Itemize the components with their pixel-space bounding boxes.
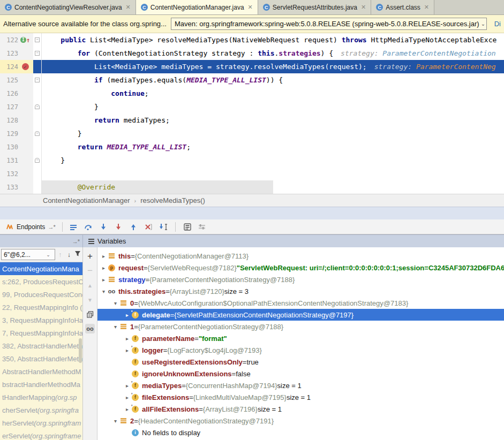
frame-row[interactable]: cherServlet (org.springfra — [0, 404, 82, 416]
layout-settings-icon[interactable] — [197, 221, 208, 233]
duplicate-icon[interactable] — [85, 309, 95, 319]
force-step-into-icon[interactable] — [112, 221, 124, 233]
chevron-down-icon[interactable]: ▾ — [100, 289, 108, 294]
add-watch-icon[interactable]: + — [85, 252, 95, 261]
fold-marker-icon[interactable]: − — [35, 78, 40, 82]
frame-row[interactable]: herServlet (org.springfram — [0, 416, 82, 429]
move-up-icon[interactable]: ▲ — [85, 280, 95, 290]
variable-row[interactable]: ▸fparameterName = "format" — [97, 332, 504, 344]
code-line[interactable]: 131− } — [0, 154, 504, 167]
fold-marker-icon[interactable]: − — [35, 51, 40, 56]
variable-row[interactable]: iNo fields to display — [97, 427, 504, 438]
variable-row[interactable]: ▸f❜allFileExtensions = {ArrayList@7196} … — [97, 403, 504, 415]
code-line[interactable]: 127− } — [0, 100, 504, 113]
editor-gutter[interactable]: 126 — [0, 87, 33, 100]
drop-frame-icon[interactable] — [142, 221, 154, 233]
chevron-right-icon[interactable]: ▸ — [123, 383, 131, 389]
editor-gutter[interactable]: 127 — [0, 100, 33, 113]
fold-marker-icon[interactable]: − — [35, 131, 40, 136]
evaluate-expression-icon[interactable] — [182, 221, 193, 233]
menu-icon[interactable] — [88, 238, 94, 245]
code-line[interactable]: 132 — [0, 167, 504, 180]
code-line[interactable]: 126 continue; — [0, 87, 504, 100]
code-text[interactable]: } — [42, 127, 504, 140]
code-line[interactable]: 129− } — [0, 127, 504, 140]
move-down-icon[interactable]: ▼ — [85, 295, 95, 305]
editor-gutter[interactable]: 131 — [0, 154, 33, 167]
variable-row[interactable]: ▾0 = {WebMvcAutoConfiguration$OptionalPa… — [97, 297, 504, 309]
variable-row[interactable]: ▸strategy = {ParameterContentNegotiation… — [97, 274, 504, 285]
editor-gutter[interactable]: 124✓ — [0, 60, 33, 73]
breadcrumb-method[interactable]: resolveMediaTypes() — [140, 196, 205, 204]
code-line[interactable]: 123− for (ContentNegotiationStrategy str… — [0, 47, 504, 60]
filter-icon[interactable] — [74, 251, 81, 259]
editor-gutter[interactable]: 130 — [0, 140, 33, 154]
variable-row[interactable]: ▸f❜logger = {LogFactory$Log4jLog@7193} — [97, 344, 504, 356]
editor-gutter[interactable]: 125 — [0, 73, 33, 87]
chevron-right-icon[interactable]: ▸ — [100, 253, 108, 259]
code-line[interactable]: 124✓ List<MediaType> mediaTypes = strate… — [0, 60, 504, 73]
editor-tab[interactable]: CContentNegotiatingViewResolver.java✕ — [0, 0, 136, 14]
code-text[interactable]: return MEDIA_TYPE_ALL_LIST; — [42, 140, 504, 154]
frame-row[interactable]: ContentNegotiationMana — [0, 262, 82, 275]
chevron-down-icon[interactable]: ▾ — [111, 300, 119, 306]
code-editor[interactable]: 122I↑− public List<MediaType> resolveMed… — [0, 33, 504, 194]
frame-row[interactable]: bstractHandlerMethodMa — [0, 378, 82, 391]
frame-row[interactable]: erServlet (org.springframe — [0, 429, 82, 440]
variable-row[interactable]: ▸f❜delegate = {ServletPathExtensionConte… — [97, 309, 504, 321]
frame-row[interactable]: 3, RequestMappingInfoHa — [0, 314, 82, 327]
chevron-right-icon[interactable]: ▸ — [123, 395, 131, 400]
variable-row[interactable]: fignoreUnknownExtensions = false — [97, 368, 504, 380]
frame-row[interactable]: 350, AbstractHandlerMetho — [0, 352, 82, 365]
code-line[interactable]: 130 return MEDIA_TYPE_ALL_LIST; — [0, 140, 504, 154]
close-icon[interactable]: ✕ — [126, 4, 131, 11]
show-execution-point-icon[interactable] — [67, 221, 79, 233]
frame-row[interactable]: 22, RequestMappingInfo ( — [0, 301, 82, 314]
breadcrumb-class[interactable]: ContentNegotiationManager — [43, 196, 130, 204]
variable-row[interactable]: ▸this = {ContentNegotiationManager@7113} — [97, 250, 504, 262]
code-text[interactable]: } — [42, 100, 504, 113]
chevron-right-icon[interactable]: ▸ — [100, 265, 108, 271]
editor-gutter[interactable]: 128 — [0, 113, 33, 127]
disable-link[interactable]: Di — [494, 20, 501, 28]
remove-watch-icon[interactable]: − — [85, 266, 95, 276]
variable-row[interactable]: ▸f❜fileExtensions = {LinkedMultiValueMap… — [97, 391, 504, 403]
chevron-down-icon[interactable]: ▾ — [111, 418, 119, 424]
code-text[interactable] — [42, 167, 504, 180]
chevron-down-icon[interactable]: ▾ — [111, 324, 119, 330]
code-line[interactable]: 133 @Override — [0, 180, 504, 194]
frame-row[interactable]: 7, RequestMappingInfoHa — [0, 327, 82, 339]
breakpoint-icon[interactable]: ✓ — [22, 63, 29, 70]
step-out-icon[interactable] — [127, 221, 139, 233]
fold-marker-icon[interactable]: − — [35, 104, 40, 109]
editor-tab[interactable]: CServletRequestAttributes.java✕ — [258, 0, 371, 14]
editor-gutter[interactable]: 123 — [0, 47, 33, 60]
fold-marker-icon[interactable]: − — [35, 37, 40, 42]
frame-row[interactable]: AbstractHandlerMethodM — [0, 365, 82, 378]
code-text[interactable]: } — [42, 154, 504, 167]
variable-row[interactable]: ▾oothis.strategies = {ArrayList@7120} si… — [97, 285, 504, 297]
step-over-icon[interactable] — [82, 221, 94, 233]
overrides-method-icon[interactable]: I — [20, 37, 26, 43]
variable-row[interactable]: ▸prequest = {ServletWebRequest@7182} "Se… — [97, 262, 504, 274]
code-text[interactable]: continue; — [42, 87, 504, 100]
frame-row[interactable]: s:262, ProducesRequestCo — [0, 275, 82, 288]
code-text[interactable]: if (mediaTypes.equals(MEDIA_TYPE_ALL_LIS… — [42, 73, 504, 87]
code-line[interactable]: 128 return mediaTypes; — [0, 113, 504, 127]
frame-row[interactable]: tHandlerMapping (org.sp — [0, 391, 82, 404]
chevron-right-icon[interactable]: ▸ — [100, 277, 108, 283]
code-line[interactable]: 125− if (mediaTypes.equals(MEDIA_TYPE_AL… — [0, 73, 504, 87]
code-text[interactable]: return mediaTypes; — [42, 113, 504, 127]
show-watches-icon[interactable]: oo — [85, 324, 95, 333]
variable-row[interactable]: fuseRegisteredExtensionsOnly = true — [97, 356, 504, 368]
code-line[interactable]: 122I↑− public List<MediaType> resolveMed… — [0, 33, 504, 47]
endpoints-tab[interactable]: Endpoints →* — [3, 221, 57, 233]
frame-up-icon[interactable]: ↑ — [57, 251, 64, 259]
editor-gutter[interactable]: 132 — [0, 167, 33, 180]
editor-gutter[interactable]: 133 — [0, 180, 33, 194]
frame-row[interactable]: 382, AbstractHandlerMeth — [0, 339, 82, 352]
close-icon[interactable]: ✕ — [361, 4, 366, 11]
variable-row[interactable]: ▾2 = {HeaderContentNegotiationStrategy@7… — [97, 415, 504, 427]
code-text[interactable]: for (ContentNegotiationStrategy strategy… — [42, 47, 504, 60]
thread-dropdown[interactable]: 6"@6,2... ⌄ — [1, 249, 55, 260]
